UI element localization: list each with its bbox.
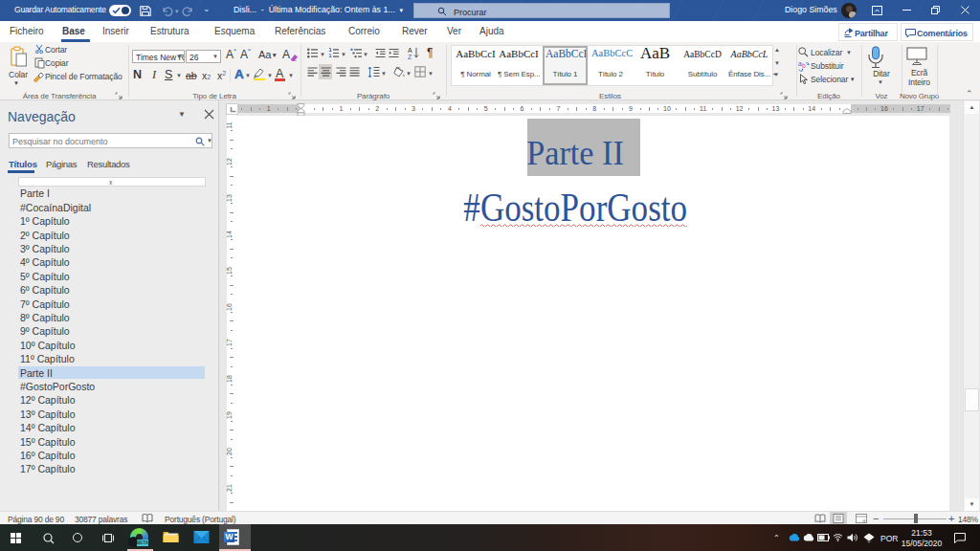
svg-text:Z: Z — [408, 54, 412, 59]
svg-text:A: A — [408, 47, 412, 54]
svg-text:b: b — [802, 62, 806, 69]
